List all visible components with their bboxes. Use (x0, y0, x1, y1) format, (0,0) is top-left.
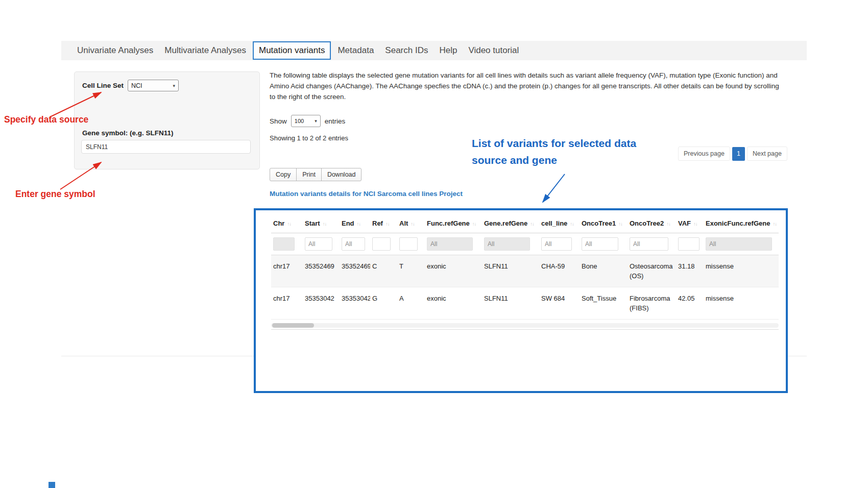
sort-icon: ↑↓ (357, 221, 361, 227)
filter-cell-oncotree2 (628, 233, 676, 255)
filter-cell-func-refgene (425, 233, 482, 255)
column-label: Chr (273, 219, 284, 227)
page-length-select[interactable]: 100 ▾ (291, 115, 321, 127)
annotation-variants-note: List of variants for selected data sourc… (472, 135, 636, 168)
filter-input-alt[interactable] (399, 237, 418, 251)
column-header-gene-refgene[interactable]: Gene.refGene↑↓ (482, 214, 539, 233)
filter-input-oncotree2[interactable] (630, 237, 668, 251)
column-label: OncoTree1 (582, 219, 616, 227)
column-header-alt[interactable]: Alt↑↓ (397, 214, 425, 233)
horizontal-scrollbar[interactable] (271, 323, 779, 328)
column-header-end[interactable]: End↑↓ (340, 214, 370, 233)
cell-oncotree1: Bone (580, 255, 628, 287)
nav-tab-multivariate-analyses[interactable]: Multivariate Analyses (159, 45, 252, 56)
sort-icon: ↑↓ (411, 221, 415, 227)
sort-icon: ↑↓ (323, 221, 327, 227)
sort-icon: ↑↓ (618, 221, 622, 227)
nav-tabs: Univariate AnalysesMultivariate Analyses… (71, 41, 524, 60)
filter-input-cell-line[interactable] (541, 237, 572, 251)
column-header-exonicfunc-refgene[interactable]: ExonicFunc.refGene↑↓ (704, 214, 779, 233)
column-header-oncotree1[interactable]: OncoTree1↑↓ (580, 214, 628, 233)
table-row[interactable]: chr173535304235353042GAexonicSLFN11SW 68… (271, 287, 779, 320)
cell-chr: chr17 (271, 287, 303, 320)
column-label: End (342, 219, 354, 227)
print-button[interactable]: Print (296, 168, 322, 181)
nav-tab-help[interactable]: Help (433, 45, 463, 56)
previous-page-button[interactable]: Previous page (678, 147, 730, 161)
showing-entries-text: Showing 1 to 2 of 2 entries (270, 134, 348, 142)
cell-cell-line: SW 684 (539, 287, 580, 320)
annotation-variants-note-line2: source and gene (472, 152, 636, 168)
column-header-chr[interactable]: Chr↑↓ (271, 214, 303, 233)
filter-cell-ref (370, 233, 397, 255)
download-button[interactable]: Download (321, 168, 362, 181)
nav-tab-search-ids[interactable]: Search IDs (379, 45, 433, 56)
column-label: OncoTree2 (630, 219, 664, 227)
page-length-value: 100 (295, 118, 304, 124)
table-row[interactable]: chr173535246935352469CTexonicSLFN11CHA-5… (271, 255, 779, 287)
column-header-start[interactable]: Start↑↓ (303, 214, 340, 233)
sort-icon: ↑↓ (287, 221, 291, 227)
table-filter-row (271, 233, 779, 255)
show-entries-control: Show 100 ▾ entries (270, 115, 345, 127)
cropped-ui-artifact (49, 482, 55, 488)
filter-input-oncotree1[interactable] (582, 237, 618, 251)
current-page-button[interactable]: 1 (732, 147, 745, 161)
table-body: chr173535246935352469CTexonicSLFN11CHA-5… (271, 255, 779, 320)
cell-gene-refgene: SLFN11 (482, 287, 539, 320)
column-header-func-refgene[interactable]: Func.refGene↑↓ (425, 214, 482, 233)
gene-symbol-label: Gene symbol: (e.g. SLFN11) (82, 129, 174, 137)
filter-input-gene-refgene[interactable] (484, 237, 530, 251)
filter-input-vaf[interactable] (678, 237, 700, 251)
column-label: Func.refGene (427, 219, 470, 227)
filter-cell-end (340, 233, 370, 255)
column-label: Start (305, 219, 320, 227)
annotation-enter-gene-symbol: Enter gene symbol (15, 189, 95, 200)
filter-cell-start (303, 233, 340, 255)
cell-alt: T (397, 255, 425, 287)
column-label: cell_line (541, 219, 567, 227)
filter-input-func-refgene[interactable] (427, 237, 473, 251)
scrollbar-thumb[interactable] (272, 323, 314, 328)
filter-input-chr[interactable] (273, 237, 295, 251)
copy-button[interactable]: Copy (270, 168, 297, 181)
column-header-cell-line[interactable]: cell_line↑↓ (539, 214, 580, 233)
table-bottom-border (271, 329, 779, 330)
show-label: Show (270, 117, 287, 125)
filter-cell-chr (271, 233, 303, 255)
cell-func-refgene: exonic (425, 255, 482, 287)
filter-input-exonicfunc-refgene[interactable] (706, 237, 772, 251)
pagination: Previous page 1 Next page (678, 147, 787, 161)
variants-table: Chr↑↓Start↑↓End↑↓Ref↑↓Alt↑↓Func.refGene↑… (271, 214, 779, 320)
nav-tab-metadata[interactable]: Metadata (332, 45, 379, 56)
nav-tab-mutation-variants[interactable]: Mutation variants (253, 41, 331, 60)
chevron-down-icon: ▾ (173, 83, 176, 88)
column-label: Gene.refGene (484, 219, 527, 227)
nav-tab-video-tutorial[interactable]: Video tutorial (463, 45, 524, 56)
filter-input-start[interactable] (305, 237, 332, 251)
cell-alt: A (397, 287, 425, 320)
cell-gene-refgene: SLFN11 (482, 255, 539, 287)
column-header-oncotree2[interactable]: OncoTree2↑↓ (628, 214, 676, 233)
column-header-ref[interactable]: Ref↑↓ (370, 214, 397, 233)
control-panel: Cell Line Set NCI ▾ Gene symbol: (e.g. S… (74, 71, 260, 169)
cell-line-set-label: Cell Line Set (82, 82, 124, 89)
column-label: Ref (372, 219, 383, 227)
sort-icon: ↑↓ (666, 221, 670, 227)
nav-tab-univariate-analyses[interactable]: Univariate Analyses (71, 45, 159, 56)
column-label: ExonicFunc.refGene (706, 219, 770, 227)
column-header-vaf[interactable]: VAF↑↓ (676, 214, 704, 233)
filter-cell-alt (397, 233, 425, 255)
filter-input-end[interactable] (342, 237, 365, 251)
next-page-button[interactable]: Next page (747, 147, 787, 161)
cell-ref: C (370, 255, 397, 287)
filter-input-ref[interactable] (372, 237, 391, 251)
annotation-specify-data-source: Specify data source (4, 114, 88, 125)
cell-oncotree1: Soft_Tissue (580, 287, 628, 320)
cell-line-set-select[interactable]: NCI ▾ (128, 80, 179, 91)
gene-symbol-input[interactable] (81, 140, 251, 154)
filter-cell-cell-line (539, 233, 580, 255)
cell-ref: G (370, 287, 397, 320)
filter-cell-exonicfunc-refgene (704, 233, 779, 255)
sort-icon: ↑↓ (773, 221, 777, 227)
